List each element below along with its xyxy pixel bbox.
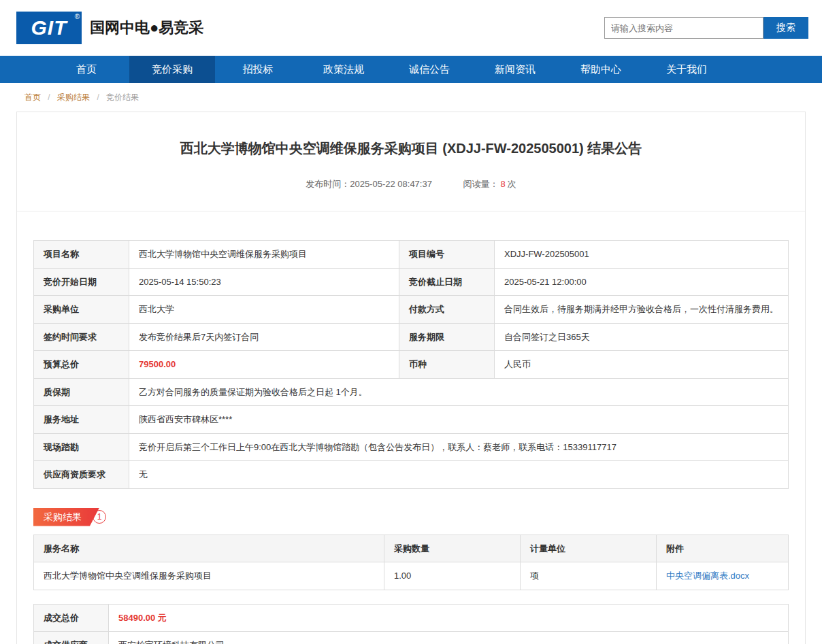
nav-item-policies[interactable]: 政策法规	[301, 56, 387, 83]
project-no-value: XDJJ-FW-202505001	[495, 241, 789, 269]
quantity-header: 采购数量	[384, 535, 521, 562]
breadcrumb-purchase-result-link[interactable]: 采购结果	[57, 92, 90, 102]
unit-header: 计量单位	[521, 535, 657, 562]
budget-value: 79500.00	[129, 351, 399, 379]
sign-time-label: 签约时间要求	[34, 323, 129, 351]
site-survey-label: 现场踏勘	[34, 433, 129, 461]
table-row: 竞价开始日期 2025-05-14 15:50:23 竞价截止日期 2025-0…	[34, 268, 789, 296]
site-survey-value: 竞价开启后第三个工作日上午9:00在西北大学博物馆踏勘（包含公告发布日），联系人…	[129, 433, 789, 461]
winning-supplier-value: 西安柏宇环境科技有限公司	[109, 632, 789, 644]
project-name-value: 西北大学博物馆中央空调维保服务采购项目	[129, 241, 399, 269]
bidding-end-label: 竞价截止日期	[399, 268, 495, 296]
table-row: 供应商资质要求 无	[34, 461, 789, 489]
main-nav: 首页 竞价采购 招投标 政策法规 诚信公告 新闻资讯 帮助中心 关于我们	[0, 56, 822, 83]
table-row: 现场踏勘 竞价开启后第三个工作日上午9:00在西北大学博物馆踏勘（包含公告发布日…	[34, 433, 789, 461]
bidding-end-value: 2025-05-21 12:00:00	[495, 268, 789, 296]
article-header: 西北大学博物馆中央空调维保服务采购项目 (XDJJ-FW-202505001) …	[17, 112, 805, 211]
attachment-link[interactable]: 中央空调偏离表.docx	[666, 571, 749, 581]
purchase-result-badge: 采购结果	[33, 508, 99, 526]
table-row: 签约时间要求 发布竞价结果后7天内签订合同 服务期限 自合同签订之日365天	[34, 323, 789, 351]
breadcrumb-separator: /	[48, 92, 50, 102]
top-header: GIT ® 国网中电●易竞采 搜索	[0, 0, 822, 56]
winning-supplier-label: 成交供应商	[34, 632, 109, 644]
deal-total-value: 58490.00 元	[109, 604, 789, 632]
nav-item-bidding-purchase[interactable]: 竞价采购	[129, 56, 215, 83]
breadcrumb-home-link[interactable]: 首页	[24, 92, 41, 102]
bidding-start-label: 竞价开始日期	[34, 268, 129, 296]
buyer-label: 采购单位	[34, 296, 129, 324]
table-row: 西北大学博物馆中央空调维保服务采购项目 1.00 项 中央空调偏离表.docx	[34, 562, 789, 590]
service-address-value: 陕西省西安市碑林区****	[129, 406, 789, 434]
table-header-row: 服务名称 采购数量 计量单位 附件	[34, 535, 789, 562]
nav-item-help-center[interactable]: 帮助中心	[558, 56, 644, 83]
breadcrumb-current: 竞价结果	[106, 92, 139, 102]
nav-item-home[interactable]: 首页	[44, 56, 129, 83]
page-title: 西北大学博物馆中央空调维保服务采购项目 (XDJJ-FW-202505001) …	[37, 139, 785, 158]
project-no-label: 项目编号	[399, 241, 495, 269]
sign-time-value: 发布竞价结果后7天内签订合同	[129, 323, 399, 351]
service-period-label: 服务期限	[399, 323, 495, 351]
service-name-value: 西北大学博物馆中央空调维保服务采购项目	[34, 562, 384, 590]
search-button[interactable]: 搜索	[763, 17, 808, 39]
table-row: 成交供应商 西安柏宇环境科技有限公司	[34, 632, 789, 644]
views-count: 8	[501, 179, 506, 189]
logo-text: GIT	[31, 16, 67, 39]
table-row: 成交总价 58490.00 元	[34, 604, 789, 632]
warranty-label: 质保期	[34, 378, 129, 406]
announcement-card: 西北大学博物馆中央空调维保服务采购项目 (XDJJ-FW-202505001) …	[16, 112, 806, 644]
search-area: 搜索	[604, 17, 808, 39]
breadcrumb-separator: /	[97, 92, 99, 102]
project-info-table: 项目名称 西北大学博物馆中央空调维保服务采购项目 项目编号 XDJJ-FW-20…	[33, 240, 789, 489]
qualification-label: 供应商资质要求	[34, 461, 129, 489]
buyer-value: 西北大学	[129, 296, 399, 324]
article-meta: 发布时间：2025-05-22 08:47:37 阅读量：8次	[37, 178, 785, 190]
publish-time-value: 2025-05-22 08:47:37	[350, 179, 432, 189]
table-row: 质保期 乙方对合同服务的质量保证期为验收合格后之日起 1个月。	[34, 378, 789, 406]
project-name-label: 项目名称	[34, 241, 129, 269]
site-title: 国网中电●易竞采	[90, 18, 203, 38]
service-address-label: 服务地址	[34, 406, 129, 434]
warranty-value: 乙方对合同服务的质量保证期为验收合格后之日起 1个月。	[129, 378, 789, 406]
views-label: 阅读量：	[463, 179, 499, 189]
nav-item-integrity-notice[interactable]: 诚信公告	[387, 56, 472, 83]
logo-wrap: GIT ® 国网中电●易竞采	[16, 12, 203, 44]
table-row: 服务地址 陕西省西安市碑林区****	[34, 406, 789, 434]
deal-summary-table: 成交总价 58490.00 元 成交供应商 西安柏宇环境科技有限公司 质保及售后…	[33, 604, 789, 644]
nav-item-about-us[interactable]: 关于我们	[644, 56, 729, 83]
publish-time-label: 发布时间：	[306, 179, 350, 189]
views-unit: 次	[508, 179, 516, 189]
git-logo[interactable]: GIT ®	[16, 12, 82, 44]
logo-registered-mark: ®	[75, 13, 80, 20]
deal-total-label: 成交总价	[34, 604, 109, 632]
table-row: 采购单位 西北大学 付款方式 合同生效后，待服务期满并经甲方验收合格后，一次性付…	[34, 296, 789, 324]
attachment-header: 附件	[657, 535, 789, 562]
currency-label: 币种	[399, 351, 495, 379]
nav-item-tendering[interactable]: 招投标	[215, 56, 301, 83]
purchase-result-table: 服务名称 采购数量 计量单位 附件 西北大学博物馆中央空调维保服务采购项目 1.…	[33, 535, 789, 590]
result-badge-row: 采购结果 1	[33, 508, 789, 526]
payment-value: 合同生效后，待服务期满并经甲方验收合格后，一次性付清服务费用。	[495, 296, 789, 324]
unit-value: 项	[521, 562, 657, 590]
nav-item-news[interactable]: 新闻资讯	[472, 56, 558, 83]
bidding-start-value: 2025-05-14 15:50:23	[129, 268, 399, 296]
service-name-header: 服务名称	[34, 535, 384, 562]
quantity-value: 1.00	[384, 562, 521, 590]
budget-label: 预算总价	[34, 351, 129, 379]
service-period-value: 自合同签订之日365天	[495, 323, 789, 351]
payment-label: 付款方式	[399, 296, 495, 324]
table-row: 项目名称 西北大学博物馆中央空调维保服务采购项目 项目编号 XDJJ-FW-20…	[34, 241, 789, 269]
search-input[interactable]	[604, 17, 763, 39]
qualification-value: 无	[129, 461, 789, 489]
breadcrumb: 首页 / 采购结果 / 竞价结果	[0, 83, 822, 110]
table-row: 预算总价 79500.00 币种 人民币	[34, 351, 789, 379]
currency-value: 人民币	[495, 351, 789, 379]
